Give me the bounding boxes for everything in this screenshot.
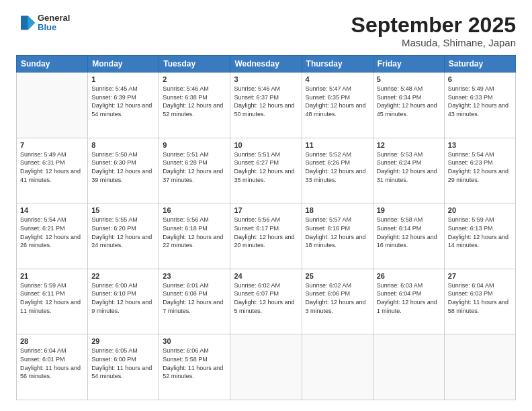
day-info: Sunrise: 5:50 AM Sunset: 6:30 PM Dayligh… [91, 150, 155, 184]
sunset-text: Sunset: 6:03 PM [448, 289, 512, 298]
daylight-text: Daylight: 12 hours and 22 minutes. [163, 233, 226, 250]
sunset-text: Sunset: 6:37 PM [234, 93, 298, 102]
day-number: 29 [91, 337, 155, 345]
day-number: 25 [306, 272, 369, 280]
sunset-text: Sunset: 6:30 PM [91, 158, 155, 167]
sunrise-text: Sunrise: 5:50 AM [91, 150, 155, 159]
sunrise-text: Sunrise: 5:45 AM [91, 85, 155, 93]
sunset-text: Sunset: 6:28 PM [163, 158, 226, 167]
daylight-text: Daylight: 12 hours and 11 minutes. [20, 298, 84, 315]
sunset-text: Sunset: 6:24 PM [377, 158, 441, 167]
table-cell: 9 Sunrise: 5:51 AM Sunset: 6:28 PM Dayli… [159, 138, 230, 203]
sunset-text: Sunset: 6:33 PM [448, 93, 512, 102]
day-number: 18 [306, 206, 369, 214]
col-saturday: Saturday [444, 56, 515, 73]
day-number: 20 [448, 206, 512, 214]
table-cell: 12 Sunrise: 5:53 AM Sunset: 6:24 PM Dayl… [373, 138, 444, 203]
sunset-text: Sunset: 6:06 PM [306, 289, 369, 298]
daylight-text: Daylight: 12 hours and 50 minutes. [234, 101, 298, 118]
sunrise-text: Sunrise: 5:51 AM [163, 150, 226, 159]
day-info: Sunrise: 5:57 AM Sunset: 6:16 PM Dayligh… [306, 216, 369, 249]
week-row-5: 28 Sunrise: 6:04 AM Sunset: 6:01 PM Dayl… [17, 334, 516, 400]
col-wednesday: Wednesday [230, 56, 302, 73]
week-row-2: 7 Sunrise: 5:49 AM Sunset: 6:31 PM Dayli… [17, 138, 516, 203]
daylight-text: Daylight: 11 hours and 52 minutes. [163, 364, 226, 381]
day-info: Sunrise: 5:48 AM Sunset: 6:34 PM Dayligh… [377, 85, 441, 118]
table-cell: 29 Sunrise: 6:05 AM Sunset: 6:00 PM Dayl… [88, 334, 159, 400]
table-cell: 28 Sunrise: 6:04 AM Sunset: 6:01 PM Dayl… [17, 334, 88, 400]
sunrise-text: Sunrise: 6:02 AM [306, 281, 369, 290]
day-info: Sunrise: 6:02 AM Sunset: 6:06 PM Dayligh… [306, 281, 369, 315]
daylight-text: Daylight: 12 hours and 33 minutes. [306, 167, 369, 184]
table-cell [373, 334, 444, 400]
day-info: Sunrise: 5:46 AM Sunset: 6:38 PM Dayligh… [163, 85, 226, 118]
table-cell: 6 Sunrise: 5:49 AM Sunset: 6:33 PM Dayli… [444, 73, 515, 138]
sunset-text: Sunset: 6:20 PM [91, 224, 155, 233]
day-number: 30 [163, 337, 226, 345]
sunrise-text: Sunrise: 5:52 AM [306, 150, 369, 159]
table-cell: 30 Sunrise: 6:06 AM Sunset: 5:58 PM Dayl… [159, 334, 230, 400]
table-cell: 26 Sunrise: 6:03 AM Sunset: 6:04 PM Dayl… [373, 269, 444, 334]
calendar-subtitle: Masuda, Shimane, Japan [351, 37, 516, 48]
table-cell: 25 Sunrise: 6:02 AM Sunset: 6:06 PM Dayl… [302, 269, 373, 334]
daylight-text: Daylight: 12 hours and 14 minutes. [448, 233, 512, 250]
table-cell: 14 Sunrise: 5:54 AM Sunset: 6:21 PM Dayl… [17, 203, 88, 269]
sunrise-text: Sunrise: 5:56 AM [163, 216, 226, 224]
daylight-text: Daylight: 12 hours and 52 minutes. [163, 101, 226, 118]
day-number: 27 [448, 272, 512, 280]
day-info: Sunrise: 5:56 AM Sunset: 6:18 PM Dayligh… [163, 216, 226, 249]
table-cell: 23 Sunrise: 6:01 AM Sunset: 6:08 PM Dayl… [159, 269, 230, 334]
sunset-text: Sunset: 6:16 PM [306, 224, 369, 233]
sunset-text: Sunset: 6:26 PM [306, 158, 369, 167]
header: General Blue September 2025 Masuda, Shim… [16, 13, 516, 48]
sunrise-text: Sunrise: 5:58 AM [377, 216, 441, 224]
table-cell: 2 Sunrise: 5:46 AM Sunset: 6:38 PM Dayli… [159, 73, 230, 138]
day-info: Sunrise: 6:06 AM Sunset: 5:58 PM Dayligh… [163, 347, 226, 380]
day-number: 24 [234, 272, 298, 280]
day-info: Sunrise: 6:04 AM Sunset: 6:01 PM Dayligh… [20, 347, 84, 380]
table-cell: 8 Sunrise: 5:50 AM Sunset: 6:30 PM Dayli… [88, 138, 159, 203]
table-cell: 17 Sunrise: 5:56 AM Sunset: 6:17 PM Dayl… [230, 203, 302, 269]
day-info: Sunrise: 6:00 AM Sunset: 6:10 PM Dayligh… [91, 281, 155, 315]
table-cell: 19 Sunrise: 5:58 AM Sunset: 6:14 PM Dayl… [373, 203, 444, 269]
sunrise-text: Sunrise: 5:53 AM [377, 150, 441, 159]
sunrise-text: Sunrise: 5:46 AM [234, 85, 298, 93]
sunset-text: Sunset: 6:38 PM [163, 93, 226, 102]
table-cell [230, 334, 302, 400]
week-row-3: 14 Sunrise: 5:54 AM Sunset: 6:21 PM Dayl… [17, 203, 516, 269]
day-info: Sunrise: 5:47 AM Sunset: 6:35 PM Dayligh… [306, 85, 369, 118]
day-number: 21 [20, 272, 84, 280]
col-thursday: Thursday [302, 56, 373, 73]
sunset-text: Sunset: 6:01 PM [20, 355, 84, 364]
daylight-text: Daylight: 12 hours and 35 minutes. [234, 167, 298, 184]
table-cell: 1 Sunrise: 5:45 AM Sunset: 6:39 PM Dayli… [88, 73, 159, 138]
day-number: 26 [377, 272, 441, 280]
daylight-text: Daylight: 12 hours and 18 minutes. [306, 233, 369, 250]
table-cell: 3 Sunrise: 5:46 AM Sunset: 6:37 PM Dayli… [230, 73, 302, 138]
sunset-text: Sunset: 6:27 PM [234, 158, 298, 167]
sunset-text: Sunset: 6:31 PM [20, 158, 84, 167]
col-monday: Monday [88, 56, 159, 73]
day-number: 3 [234, 75, 298, 83]
daylight-text: Daylight: 12 hours and 16 minutes. [377, 233, 441, 250]
daylight-text: Daylight: 12 hours and 7 minutes. [163, 298, 226, 315]
calendar-table: Sunday Monday Tuesday Wednesday Thursday… [16, 55, 516, 400]
table-cell: 5 Sunrise: 5:48 AM Sunset: 6:34 PM Dayli… [373, 73, 444, 138]
sunrise-text: Sunrise: 6:03 AM [377, 281, 441, 290]
sunrise-text: Sunrise: 5:49 AM [20, 150, 84, 159]
daylight-text: Daylight: 12 hours and 41 minutes. [20, 167, 84, 184]
daylight-text: Daylight: 11 hours and 58 minutes. [448, 298, 512, 315]
sunset-text: Sunset: 6:17 PM [234, 224, 298, 233]
sunrise-text: Sunrise: 6:05 AM [91, 347, 155, 355]
day-number: 10 [234, 141, 298, 149]
day-number: 13 [448, 141, 512, 149]
table-cell: 18 Sunrise: 5:57 AM Sunset: 6:16 PM Dayl… [302, 203, 373, 269]
day-info: Sunrise: 5:59 AM Sunset: 6:13 PM Dayligh… [448, 216, 512, 249]
table-cell: 11 Sunrise: 5:52 AM Sunset: 6:26 PM Dayl… [302, 138, 373, 203]
sunset-text: Sunset: 6:14 PM [377, 224, 441, 233]
logo-icon [16, 13, 35, 32]
day-info: Sunrise: 6:05 AM Sunset: 6:00 PM Dayligh… [91, 347, 155, 380]
sunset-text: Sunset: 6:07 PM [234, 289, 298, 298]
daylight-text: Daylight: 12 hours and 26 minutes. [20, 233, 84, 250]
table-cell: 10 Sunrise: 5:51 AM Sunset: 6:27 PM Dayl… [230, 138, 302, 203]
